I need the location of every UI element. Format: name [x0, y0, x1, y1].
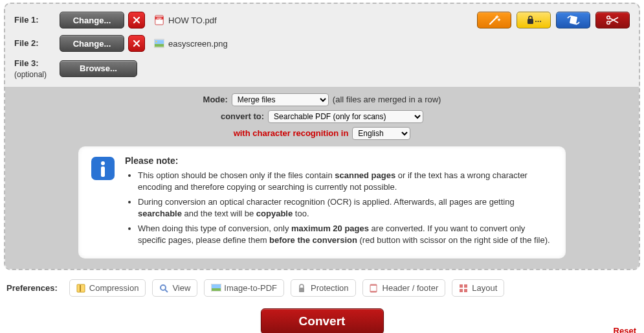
preferences-row: Preferences: Compression View Image-to-P… [0, 279, 644, 297]
convert-label: convert to: [221, 111, 264, 121]
mode-section: Mode: Merge files (all files are merged … [5, 87, 639, 269]
file-row-3: File 3: (optional) Browse... [14, 58, 630, 79]
convert-button[interactable]: Convert [261, 308, 384, 333]
svg-rect-27 [460, 284, 463, 288]
svg-rect-29 [460, 289, 463, 292]
image-icon [211, 284, 220, 293]
magic-wand-icon [487, 15, 502, 25]
upload-area: File 1: Change... PDF HOW TO.pdf File 2:… [4, 3, 640, 270]
pref-view-button[interactable]: View [152, 279, 197, 297]
change-button-1[interactable]: Change... [60, 12, 124, 29]
image-file-icon [154, 38, 164, 49]
svg-point-8 [535, 21, 536, 22]
mode-label: Mode: [203, 95, 228, 104]
lock-icon [526, 15, 542, 25]
file-row-2: File 2: Change... easyscreen.png [14, 35, 630, 52]
file-2-label: File 2: [14, 38, 60, 49]
mode-row: Mode: Merge files (all files are merged … [15, 93, 629, 106]
footer: Convert Reset [0, 308, 644, 333]
svg-text:PDF: PDF [157, 17, 162, 20]
pref-image-button[interactable]: Image-to-PDF [204, 279, 284, 297]
pdf-file-icon: PDF [154, 15, 164, 25]
svg-rect-26 [370, 291, 377, 292]
convert-row: convert to: Searchable PDF (only for sca… [15, 110, 629, 123]
pref-compression-label: Compression [89, 283, 139, 293]
cut-pages-button[interactable] [595, 12, 630, 29]
remove-button-2[interactable] [128, 35, 145, 52]
svg-point-12 [606, 16, 610, 19]
note-content: Please note: This option should be chose… [125, 155, 554, 249]
pref-layout-label: Layout [472, 283, 497, 293]
browse-button-3[interactable]: Browse... [60, 60, 137, 77]
note-box: Please note: This option should be chose… [78, 146, 566, 258]
svg-rect-21 [212, 284, 221, 288]
pref-layout-button[interactable]: Layout [452, 279, 504, 297]
pref-protection-button[interactable]: Protection [291, 279, 356, 297]
mode-hint: (all files are merged in a row) [333, 95, 441, 104]
file-1-name: HOW TO.pdf [168, 16, 217, 25]
file-3-label-text: File 3: [14, 58, 39, 68]
svg-rect-7 [527, 19, 533, 24]
reset-link[interactable]: Reset [614, 326, 636, 333]
ocr-label: with character recognition in [234, 128, 349, 138]
file-3-optional-text: (optional) [14, 70, 60, 79]
pref-header-label: Header / footer [383, 283, 439, 293]
svg-rect-11 [569, 16, 577, 25]
files-section: File 1: Change... PDF HOW TO.pdf File 2:… [5, 4, 639, 87]
file-2-name: easyscreen.png [168, 39, 228, 49]
svg-rect-28 [464, 284, 467, 288]
rotate-button[interactable] [556, 12, 590, 29]
svg-rect-22 [212, 288, 221, 291]
rotate-icon [566, 15, 581, 25]
protection-icon [298, 284, 307, 293]
ocr-row: with character recognition in English [15, 127, 629, 140]
pref-compression-button[interactable]: Compression [69, 279, 146, 297]
note-item-2: During conversion an optical character r… [138, 196, 554, 219]
compression-icon [76, 284, 85, 293]
note-title: Please note: [125, 155, 554, 166]
pref-protection-label: Protection [311, 283, 349, 293]
magic-wand-button[interactable] [477, 12, 511, 29]
remove-button-1[interactable] [128, 12, 145, 29]
svg-rect-17 [101, 166, 105, 177]
svg-rect-25 [370, 284, 377, 286]
preferences-label: Preferences: [6, 283, 58, 293]
svg-point-13 [606, 21, 610, 25]
top-toolbar [477, 12, 630, 29]
pref-image-label: Image-to-PDF [224, 283, 277, 293]
pref-view-label: View [172, 283, 190, 293]
convert-to-select[interactable]: Searchable PDF (only for scans) [268, 110, 423, 123]
ocr-language-select[interactable]: English [352, 127, 410, 140]
note-item-1: This option should be chosen only if the… [138, 170, 554, 192]
note-item-3: When doing this type of conversion, only… [138, 223, 554, 246]
svg-point-16 [101, 161, 105, 165]
view-icon [159, 284, 168, 293]
svg-point-6 [155, 41, 157, 42]
protection-button[interactable] [516, 12, 551, 29]
change-button-2[interactable]: Change... [60, 35, 124, 52]
file-3-label: File 3: (optional) [14, 58, 60, 79]
svg-point-9 [537, 21, 539, 22]
file-1-label: File 1: [14, 15, 60, 25]
svg-point-19 [161, 285, 166, 290]
layout-icon [459, 284, 468, 293]
header-footer-icon [370, 284, 379, 293]
close-icon [133, 16, 140, 24]
note-list: This option should be chosen only if the… [125, 170, 554, 246]
pref-header-footer-button[interactable]: Header / footer [362, 279, 446, 297]
scissors-icon [605, 15, 621, 25]
svg-point-10 [539, 21, 540, 22]
svg-rect-23 [299, 288, 304, 292]
info-icon [90, 155, 116, 181]
svg-rect-30 [464, 289, 467, 292]
close-icon [133, 40, 140, 47]
mode-select[interactable]: Merge files [232, 93, 329, 106]
svg-rect-5 [155, 44, 164, 47]
